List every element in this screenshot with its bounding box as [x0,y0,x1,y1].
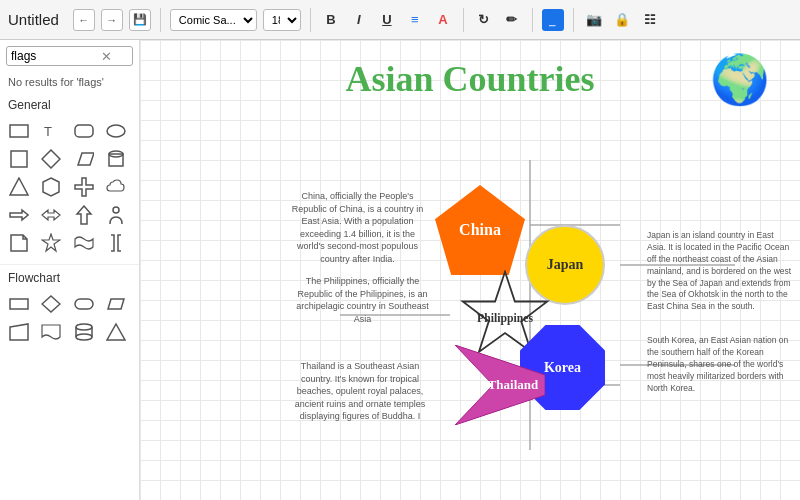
clear-search-button[interactable]: ✕ [101,50,112,63]
italic-button[interactable]: I [348,9,370,31]
shape-triangle[interactable] [6,174,32,200]
shape-wave[interactable] [71,230,97,256]
shape-text[interactable]: T [38,118,64,144]
fc-db[interactable] [71,319,97,345]
titlebar: Untitled ← → 💾 Comic Sa... 18 B I U ≡ A … [0,0,800,40]
separator-2 [310,8,311,32]
svg-marker-20 [107,324,125,340]
fc-triangle[interactable] [103,319,129,345]
flowchart-section-label: Flowchart [0,264,139,287]
shape-hexagon[interactable] [38,174,64,200]
document-title: Untitled [8,11,59,28]
shape-diamond[interactable] [38,146,64,172]
separator-1 [160,8,161,32]
svg-text:Thailand: Thailand [488,377,539,392]
thailand-shape[interactable]: Thailand [455,345,545,429]
svg-point-19 [76,334,92,340]
svg-text:T: T [44,124,52,139]
undo-button[interactable]: ← [73,9,95,31]
fc-process[interactable] [6,291,32,317]
shape-arrow-right[interactable] [6,202,32,228]
svg-point-3 [107,125,125,137]
font-family-select[interactable]: Comic Sa... [170,9,257,31]
main-layout: ✕ No results for 'flags' General T [0,40,800,500]
save-button[interactable]: 💾 [129,9,151,31]
underline-button[interactable]: U [376,9,398,31]
japan-description: Japan is an island country in East Asia.… [647,230,792,313]
svg-marker-16 [108,299,124,309]
font-size-select[interactable]: 18 [263,9,301,31]
svg-marker-6 [78,153,94,165]
fc-start[interactable] [71,291,97,317]
philippines-description: The Philippines, officially the Republic… [295,275,430,325]
pen-button[interactable]: ✏ [501,9,523,31]
separator-5 [573,8,574,32]
svg-rect-13 [10,299,28,309]
no-results-text: No results for 'flags' [0,72,139,92]
svg-marker-12 [42,234,60,251]
separator-3 [463,8,464,32]
shape-rounded-rect[interactable] [71,118,97,144]
shape-grid-general: T [0,114,139,260]
shape-cloud[interactable] [103,174,129,200]
shape-bracket[interactable] [103,230,129,256]
svg-text:Philippines: Philippines [477,312,533,325]
table-button[interactable]: ☷ [639,9,661,31]
korea-description: South Korea, an East Asian nation on the… [647,335,792,394]
redo-button[interactable]: → [101,9,123,31]
shape-cross[interactable] [71,174,97,200]
shape-person[interactable] [103,202,129,228]
shape-parallelogram[interactable] [71,146,97,172]
fc-document[interactable] [38,319,64,345]
text-color-button[interactable]: A [432,9,454,31]
svg-rect-0 [10,125,28,137]
search-input[interactable] [11,49,101,63]
svg-point-18 [76,324,92,330]
shape-cylinder[interactable] [103,146,129,172]
shape-grid-flowchart [0,287,139,349]
image-button[interactable]: 📷 [583,9,605,31]
canvas-title: Asian Countries [140,58,800,100]
shape-note[interactable] [6,230,32,256]
search-box[interactable]: ✕ [6,46,133,66]
list-button[interactable]: ≡ [404,9,426,31]
shape-ellipse-1[interactable] [103,118,129,144]
shape-square[interactable] [6,146,32,172]
shape-rect[interactable] [6,118,32,144]
svg-marker-9 [10,178,28,195]
china-description: China, officially the People's Republic … [290,190,425,266]
shape-arrow-double[interactable] [38,202,64,228]
lock-button[interactable]: 🔒 [611,9,633,31]
thailand-description: Thailand is a Southeast Asian country. I… [290,360,430,423]
svg-point-11 [113,207,119,213]
general-section-label: General [0,92,139,114]
globe-icon: 🌍 [710,52,770,108]
svg-marker-14 [42,296,60,312]
china-shape[interactable]: China [435,185,525,275]
svg-rect-15 [75,299,93,309]
thailand-svg: Thailand [455,345,545,425]
fc-decision[interactable] [38,291,64,317]
svg-rect-4 [11,151,27,167]
fc-io[interactable] [103,291,129,317]
connect-button[interactable]: ⎯ [542,9,564,31]
fc-manual[interactable] [6,319,32,345]
svg-rect-2 [75,125,93,137]
rotate-button[interactable]: ↻ [473,9,495,31]
separator-4 [532,8,533,32]
china-label[interactable]: China [435,185,525,275]
svg-marker-5 [42,150,60,168]
sidebar: ✕ No results for 'flags' General T [0,40,140,500]
shape-star[interactable] [38,230,64,256]
bold-button[interactable]: B [320,9,342,31]
shape-arrow-up[interactable] [71,202,97,228]
svg-marker-10 [43,178,59,196]
svg-marker-17 [10,324,28,340]
canvas[interactable]: Asian Countries 🌍 China, officially the … [140,40,800,500]
